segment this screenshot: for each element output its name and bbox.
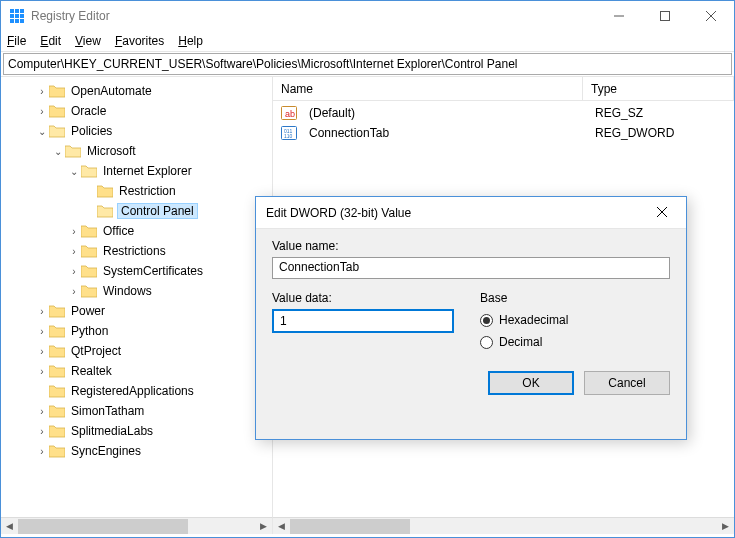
folder-icon: [81, 264, 97, 278]
maximize-icon: [660, 11, 670, 21]
chevron-right-icon[interactable]: ›: [67, 226, 81, 237]
chevron-right-icon[interactable]: ›: [35, 366, 49, 377]
folder-icon: [49, 104, 65, 118]
tree-item[interactable]: ›SyncEngines: [3, 441, 272, 461]
scroll-right-icon[interactable]: ▶: [255, 518, 272, 535]
tree-item[interactable]: ›SystemCertificates: [3, 261, 272, 281]
menubar: File Edit View Favorites Help: [1, 31, 734, 51]
value-data-input[interactable]: [272, 309, 454, 333]
close-icon: [706, 11, 716, 21]
chevron-right-icon[interactable]: ›: [67, 266, 81, 277]
tree-item[interactable]: ›SimonTatham: [3, 401, 272, 421]
chevron-right-icon[interactable]: ›: [35, 306, 49, 317]
chevron-right-icon[interactable]: ›: [67, 286, 81, 297]
dword-value-icon: 011110: [281, 125, 297, 141]
value-name-field[interactable]: ConnectionTab: [272, 257, 670, 279]
tree-item[interactable]: ›SplitmediaLabs: [3, 421, 272, 441]
scroll-right-icon[interactable]: ▶: [717, 518, 734, 535]
dialog-body: Value name: ConnectionTab Value data: Ba…: [256, 229, 686, 439]
col-type[interactable]: Type: [583, 77, 734, 100]
value-name-label: Value name:: [272, 239, 670, 253]
tree-item[interactable]: Control Panel: [3, 201, 272, 221]
list-hscroll[interactable]: ◀ ▶: [273, 517, 734, 534]
tree-item-label: OpenAutomate: [69, 84, 154, 98]
col-name[interactable]: Name: [273, 77, 583, 100]
tree-item[interactable]: ›Power: [3, 301, 272, 321]
scroll-left-icon[interactable]: ◀: [273, 518, 290, 535]
base-label: Base: [480, 291, 568, 305]
scroll-thumb[interactable]: [18, 519, 188, 534]
folder-icon: [97, 184, 113, 198]
tree-item[interactable]: ›Realtek: [3, 361, 272, 381]
tree-item-label: Power: [69, 304, 107, 318]
dialog-close-button[interactable]: [648, 205, 676, 221]
chevron-right-icon[interactable]: ›: [35, 406, 49, 417]
scroll-left-icon[interactable]: ◀: [1, 518, 18, 535]
close-button[interactable]: [688, 1, 734, 31]
chevron-right-icon[interactable]: ›: [35, 326, 49, 337]
tree-item-label: Windows: [101, 284, 154, 298]
chevron-right-icon[interactable]: ›: [35, 446, 49, 457]
tree-item-label: SystemCertificates: [101, 264, 205, 278]
tree-item[interactable]: Restriction: [3, 181, 272, 201]
tree-item-label: Internet Explorer: [101, 164, 194, 178]
radio-decimal[interactable]: Decimal: [480, 331, 568, 353]
menu-edit[interactable]: Edit: [40, 34, 61, 48]
tree-hscroll[interactable]: ◀ ▶: [1, 517, 273, 534]
chevron-right-icon[interactable]: ›: [67, 246, 81, 257]
dialog-titlebar: Edit DWORD (32-bit) Value: [256, 197, 686, 229]
tree-item[interactable]: ›Python: [3, 321, 272, 341]
tree-item[interactable]: ⌄Microsoft: [3, 141, 272, 161]
folder-icon: [49, 444, 65, 458]
folder-icon: [49, 84, 65, 98]
svg-rect-9: [20, 19, 24, 23]
chevron-right-icon[interactable]: ›: [35, 86, 49, 97]
radio-hexadecimal[interactable]: Hexadecimal: [480, 309, 568, 331]
tree-item[interactable]: ›OpenAutomate: [3, 81, 272, 101]
titlebar: Registry Editor: [1, 1, 734, 31]
svg-text:ab: ab: [285, 109, 295, 119]
close-icon: [656, 206, 668, 218]
chevron-down-icon[interactable]: ⌄: [35, 126, 49, 137]
svg-rect-11: [661, 12, 670, 21]
regedit-icon: [9, 8, 25, 24]
cell-name: ConnectionTab: [301, 126, 587, 140]
menu-help[interactable]: Help: [178, 34, 203, 48]
folder-icon: [49, 424, 65, 438]
tree-item[interactable]: ›Restrictions: [3, 241, 272, 261]
list-row[interactable]: ab(Default)REG_SZ: [273, 103, 734, 123]
tree-item[interactable]: ⌄Internet Explorer: [3, 161, 272, 181]
list-row[interactable]: 011110ConnectionTabREG_DWORD: [273, 123, 734, 143]
tree-item-label: QtProject: [69, 344, 123, 358]
scroll-thumb[interactable]: [290, 519, 410, 534]
tree-item[interactable]: RegisteredApplications: [3, 381, 272, 401]
chevron-right-icon[interactable]: ›: [35, 106, 49, 117]
maximize-button[interactable]: [642, 1, 688, 31]
menu-favorites[interactable]: Favorites: [115, 34, 164, 48]
chevron-down-icon[interactable]: ⌄: [51, 146, 65, 157]
tree-item[interactable]: ›Oracle: [3, 101, 272, 121]
tree-item-label: Oracle: [69, 104, 108, 118]
tree-item[interactable]: ›Office: [3, 221, 272, 241]
tree-item-label: SplitmediaLabs: [69, 424, 155, 438]
menu-view[interactable]: View: [75, 34, 101, 48]
tree-item-label: Office: [101, 224, 136, 238]
ok-button[interactable]: OK: [488, 371, 574, 395]
edit-dword-dialog: Edit DWORD (32-bit) Value Value name: Co…: [255, 196, 687, 440]
dialog-title: Edit DWORD (32-bit) Value: [266, 206, 648, 220]
tree-list[interactable]: ›OpenAutomate›Oracle⌄Policies⌄Microsoft⌄…: [1, 77, 272, 517]
cancel-button[interactable]: Cancel: [584, 371, 670, 395]
cell-type: REG_DWORD: [587, 126, 682, 140]
address-bar[interactable]: Computer\HKEY_CURRENT_USER\Software\Poli…: [3, 53, 732, 75]
tree-item-label: SyncEngines: [69, 444, 143, 458]
tree-item-label: Policies: [69, 124, 114, 138]
menu-file[interactable]: File: [7, 34, 26, 48]
list-body[interactable]: ab(Default)REG_SZ011110ConnectionTabREG_…: [273, 101, 734, 145]
tree-item[interactable]: ›QtProject: [3, 341, 272, 361]
tree-item[interactable]: ›Windows: [3, 281, 272, 301]
chevron-right-icon[interactable]: ›: [35, 346, 49, 357]
chevron-down-icon[interactable]: ⌄: [67, 166, 81, 177]
chevron-right-icon[interactable]: ›: [35, 426, 49, 437]
tree-item[interactable]: ⌄Policies: [3, 121, 272, 141]
minimize-button[interactable]: [596, 1, 642, 31]
